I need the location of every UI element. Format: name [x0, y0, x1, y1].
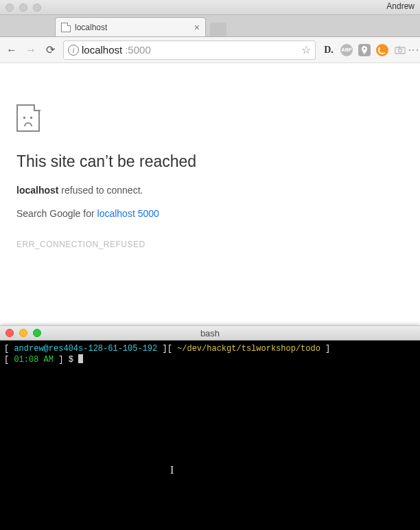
extension-d-icon[interactable]: D.	[323, 44, 335, 56]
svg-rect-0	[395, 47, 405, 54]
page-icon	[61, 23, 71, 32]
error-refused-text: refused to connect.	[58, 185, 143, 196]
prompt-bracket2: [	[4, 355, 14, 365]
traffic-lights-inactive	[5, 3, 41, 12]
forward-button[interactable]: →	[25, 44, 37, 56]
reload-button[interactable]: ⟳	[44, 43, 56, 56]
browser-toolbar: ← → ⟳ i localhost:5000 ☆ D. ABP ⋮	[0, 37, 420, 63]
sad-document-icon	[16, 104, 40, 132]
tab-title: localhost	[75, 23, 107, 32]
error-code: ERR_CONNECTION_REFUSED	[16, 240, 404, 249]
terminal-titlebar[interactable]: bash	[0, 325, 420, 341]
terminal-zoom-button[interactable]	[33, 329, 41, 337]
minimize-window-button[interactable]	[19, 3, 27, 12]
terminal-minimize-button[interactable]	[19, 329, 27, 337]
extension-postman-icon[interactable]	[376, 44, 388, 56]
extension-camera-icon[interactable]	[394, 44, 406, 56]
new-tab-button[interactable]	[210, 23, 226, 36]
tab-close-button[interactable]: ×	[194, 22, 200, 33]
close-window-button[interactable]	[5, 3, 14, 12]
terminal-close-button[interactable]	[5, 329, 14, 337]
error-message: localhost refused to connect.	[16, 185, 404, 196]
prompt-time: 01:08 AM	[14, 355, 54, 365]
omnibox-url-port: :5000	[125, 44, 151, 56]
prompt-dollar: $	[69, 355, 78, 365]
tab-strip: localhost ×	[0, 15, 420, 37]
terminal-cursor	[78, 354, 83, 363]
prompt-path: ~/dev/hackgt/tslworkshop/todo	[177, 344, 320, 354]
chrome-menu-button[interactable]: ⋮	[412, 45, 415, 56]
extension-abp-icon[interactable]: ABP	[340, 44, 353, 56]
prompt-bracket: [	[4, 344, 14, 354]
svg-point-1	[399, 49, 402, 52]
back-button[interactable]: ←	[5, 44, 18, 56]
terminal-body[interactable]: [ andrew@res404s-128-61-105-192 ][ ~/dev…	[0, 341, 420, 530]
browser-window-titlebar: Andrew	[0, 0, 420, 15]
svg-rect-2	[398, 46, 400, 47]
error-host: localhost	[16, 185, 58, 196]
error-heading: This site can’t be reached	[16, 152, 404, 171]
text-cursor-ibeam-icon: I	[170, 464, 174, 476]
omnibox[interactable]: i localhost:5000 ☆	[63, 41, 316, 60]
bookmark-star-icon[interactable]: ☆	[301, 43, 311, 56]
terminal-traffic-lights	[5, 329, 41, 337]
zoom-window-button[interactable]	[33, 3, 41, 12]
prompt-bracket2-close: ]	[54, 355, 69, 365]
error-page: This site can’t be reached localhost ref…	[0, 63, 420, 324]
extension-icons: D. ABP ⋮	[323, 44, 415, 56]
search-prefix: Search Google for	[16, 208, 97, 219]
extension-location-icon[interactable]	[358, 44, 371, 56]
error-search-suggestion: Search Google for localhost 5000	[16, 208, 404, 219]
profile-name[interactable]: Andrew	[386, 1, 415, 11]
search-link[interactable]: localhost 5000	[97, 208, 159, 219]
omnibox-url-host: localhost	[82, 44, 122, 56]
prompt-userhost: andrew@res404s-128-61-105-192	[14, 344, 157, 354]
site-info-icon[interactable]: i	[68, 45, 79, 56]
prompt-bracket-close: ]	[320, 344, 330, 354]
tab-localhost[interactable]: localhost ×	[55, 17, 206, 36]
terminal-window: bash [ andrew@res404s-128-61-105-192 ][ …	[0, 325, 420, 530]
terminal-title: bash	[0, 328, 420, 338]
prompt-sep: ][	[157, 344, 177, 354]
